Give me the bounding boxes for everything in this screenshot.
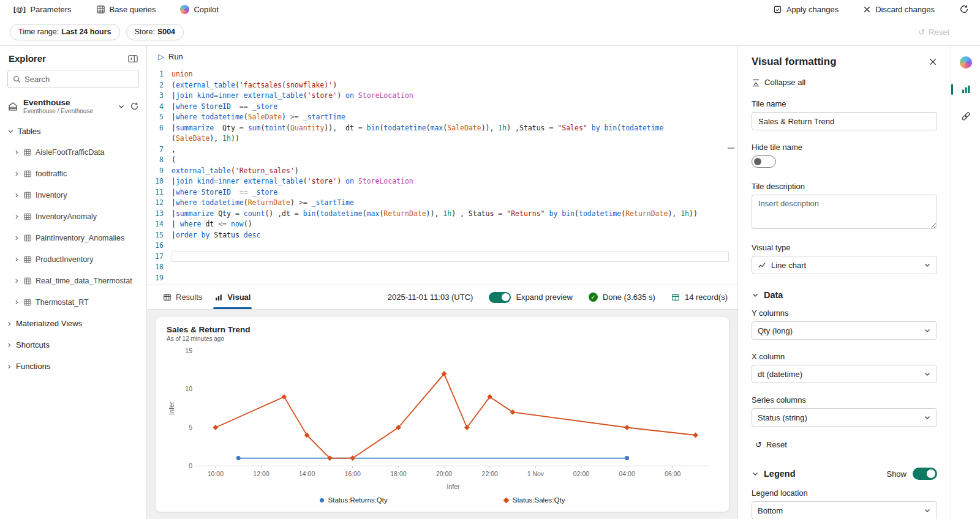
code-line-19[interactable]: 19 <box>147 273 737 284</box>
table-item-productinventory[interactable]: ProductInventory <box>0 248 146 270</box>
time-range-pill[interactable]: Time range: Last 24 hours <box>10 24 120 40</box>
time-range-value: Last 24 hours <box>61 28 111 36</box>
copilot-button[interactable]: Copilot <box>180 5 218 14</box>
visual-formatting-rail-button[interactable] <box>958 81 974 97</box>
code-line-18[interactable]: 18 <box>147 262 737 273</box>
records-icon <box>671 293 680 302</box>
apply-changes-button[interactable]: Apply changes <box>773 5 839 14</box>
data-section-header[interactable]: Data <box>752 290 937 300</box>
legend-location-value: Bottom <box>758 506 919 515</box>
kql-code-editor[interactable]: 1union2(external_table('factsales(snowfl… <box>147 67 737 285</box>
legend-diamond-marker <box>503 497 509 503</box>
table-name: PaintInventory_Anomalies <box>36 234 124 242</box>
table-item-real_time_data_thermostat[interactable]: Real_time_data_Thermostat <box>0 270 146 291</box>
legend-section-header[interactable]: Legend Show <box>752 468 937 480</box>
visual-type-dropdown[interactable]: Line chart <box>752 256 937 274</box>
code-line-15[interactable]: 15|order by Status desc <box>147 230 737 241</box>
table-icon <box>23 212 32 221</box>
reset-filters-button[interactable]: ↺ Reset <box>918 28 970 37</box>
visual-type-value: Line chart <box>771 261 919 270</box>
code-line-4[interactable]: 4|where StoreID == _store <box>147 102 737 113</box>
code-text: |where todatetime(ReturnDate) >= _startT… <box>172 198 729 209</box>
search-box[interactable] <box>7 70 139 88</box>
tables-header-label: Tables <box>18 127 41 136</box>
legend-location-dropdown[interactable]: Bottom <box>752 501 937 519</box>
table-item-aislefoottrafficdata[interactable]: AisleFootTrafficData <box>0 141 146 163</box>
sync-icon[interactable] <box>130 102 139 111</box>
table-item-foottraffic[interactable]: foottraffic <box>0 163 146 184</box>
svg-text:14:00: 14:00 <box>299 470 315 477</box>
y-columns-label: Y columns <box>752 308 937 318</box>
chart-area: 05101510:0012:0014:0016:0018:0020:0022:0… <box>167 345 718 492</box>
code-line-16[interactable]: 16 <box>147 241 737 252</box>
table-item-paintinventory_anomalies[interactable]: PaintInventory_Anomalies <box>0 227 146 248</box>
tile-name-input[interactable] <box>752 112 937 130</box>
database-selector[interactable]: Eventhouse Eventhouse / Eventhouse <box>7 98 139 114</box>
legend-item[interactable]: Status:Sales:Qty <box>504 496 565 504</box>
code-line-13[interactable]: 13|summarize Qty = count() ,dt = bin(tod… <box>147 209 737 220</box>
right-icon-rail <box>951 46 980 519</box>
code-line-9[interactable]: 9external_table('Return_sales') <box>147 166 737 177</box>
tile-description-input[interactable] <box>752 195 937 229</box>
section-label: Shortcuts <box>16 340 50 349</box>
sidebar-section-functions[interactable]: Functions <box>0 356 146 377</box>
code-text: |join kind=inner external_table('store')… <box>172 176 729 187</box>
code-line-12[interactable]: 12|where todatetime(ReturnDate) >= _star… <box>147 198 737 209</box>
chevron-down-icon[interactable] <box>118 103 125 110</box>
chevron-down-icon <box>752 470 759 477</box>
tab-results[interactable]: Results <box>157 285 208 309</box>
hide-tile-name-label: Hide tile name <box>752 143 937 152</box>
code-line-11[interactable]: 11|where StoreID == _store <box>147 187 737 198</box>
table-item-inventory[interactable]: Inventory <box>0 184 146 206</box>
code-line-2[interactable]: 2(external_table('factsales(snowflake)') <box>147 80 737 91</box>
svg-text:12:00: 12:00 <box>253 470 269 477</box>
refresh-button[interactable] <box>959 4 969 14</box>
code-text: , <box>172 144 729 155</box>
copilot-rail-button[interactable] <box>958 54 974 70</box>
copilot-icon <box>960 56 972 69</box>
base-queries-button[interactable]: Base queries <box>96 5 156 14</box>
table-item-inventoryanomaly[interactable]: InventoryAnomaly <box>0 206 146 227</box>
code-line-3[interactable]: 3|join kind=inner external_table('store'… <box>147 91 737 102</box>
code-line-10[interactable]: 10|join kind=inner external_table('store… <box>147 176 737 187</box>
run-label: Run <box>168 52 183 61</box>
tab-visual[interactable]: Visual <box>208 285 257 309</box>
code-line-14[interactable]: 14| where dt <= now() <box>147 219 737 230</box>
line-number <box>147 133 172 144</box>
parameters-button[interactable]: [@] Parameters <box>13 5 72 14</box>
code-line-6[interactable]: 6|summarize Qty = sum(toint(Quantity)), … <box>147 123 737 134</box>
close-panel-icon[interactable] <box>929 58 937 66</box>
hide-tile-name-toggle[interactable] <box>752 155 776 168</box>
code-text: |where todatetime(SaleDate) >= _startTim… <box>172 112 729 123</box>
store-pill[interactable]: Store: S004 <box>126 24 184 40</box>
data-reset-button[interactable]: ↺ Reset <box>752 438 791 452</box>
link-rail-button[interactable] <box>958 108 974 124</box>
code-line-8[interactable]: 8( <box>147 155 737 166</box>
tables-section-header[interactable]: Tables <box>0 121 146 141</box>
code-line-wrap[interactable]: (SaleDate), 1h)) <box>147 133 737 144</box>
code-line-17[interactable]: 17 <box>147 252 737 263</box>
run-button[interactable]: ▷ Run <box>158 52 183 61</box>
legend-item[interactable]: Status:Returns:Qty <box>320 496 388 504</box>
code-line-7[interactable]: 7, <box>147 144 737 155</box>
store-label: Store: <box>135 28 155 36</box>
y-columns-dropdown[interactable]: Qty (long) <box>752 321 937 340</box>
x-column-dropdown[interactable]: dt (datetime) <box>752 365 937 383</box>
code-line-1[interactable]: 1union <box>147 69 737 80</box>
results-tab-label: Results <box>176 293 202 302</box>
copilot-icon <box>180 5 189 14</box>
query-workspace: ▷ Run 1union2(external_table('factsales(… <box>147 46 737 519</box>
discard-changes-button[interactable]: Discard changes <box>863 5 935 14</box>
collapse-all-button[interactable]: Collapse all <box>752 78 937 87</box>
series-columns-dropdown[interactable]: Status (string) <box>752 408 937 427</box>
sidebar-section-materialized-views[interactable]: Materialized Views <box>0 313 146 334</box>
sidebar-section-shortcuts[interactable]: Shortcuts <box>0 334 146 356</box>
code-line-5[interactable]: 5|where todatetime(SaleDate) >= _startTi… <box>147 112 737 123</box>
expand-preview-toggle[interactable] <box>489 292 511 303</box>
search-input[interactable] <box>24 75 134 84</box>
line-number: 6 <box>147 123 172 134</box>
table-item-thermostat_rt[interactable]: Thermostat_RT <box>0 291 146 313</box>
record-count-label: 14 record(s) <box>685 293 728 302</box>
collapse-panel-icon[interactable] <box>128 54 138 63</box>
legend-show-toggle[interactable] <box>913 468 937 480</box>
